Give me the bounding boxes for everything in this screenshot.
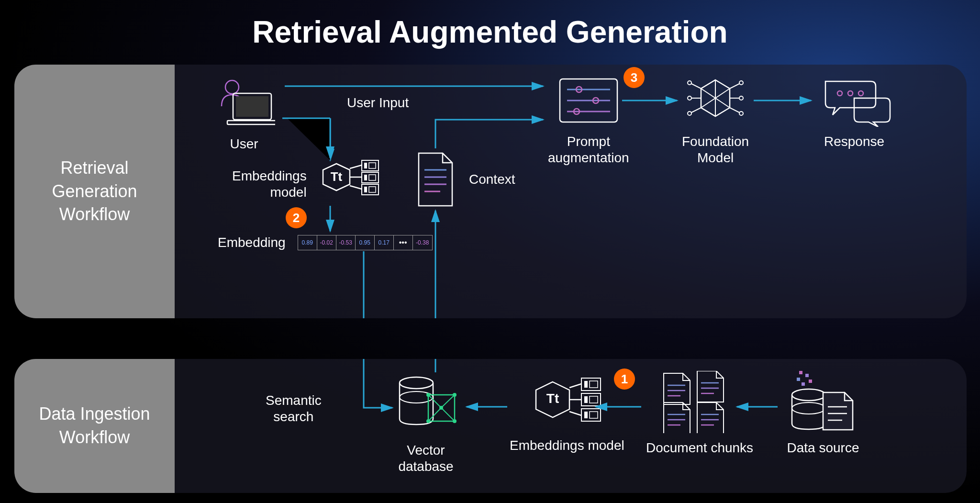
- context-node: Context: [414, 151, 515, 208]
- document-chunks-icon: [659, 371, 740, 433]
- svg-rect-95: [797, 378, 800, 381]
- svg-line-6: [350, 165, 362, 168]
- svg-line-30: [730, 84, 739, 89]
- ingestion-panel-body: Semantic search Vector database: [175, 359, 967, 493]
- ingestion-label-line2: Workflow: [59, 426, 130, 449]
- ingestion-label-line1: Data Ingestion: [39, 402, 150, 426]
- embedding-node: Embedding 0.89 -0.02 -0.53 0.95 0.17 •••…: [218, 235, 433, 251]
- svg-point-98: [792, 389, 825, 401]
- document-icon: [414, 151, 457, 208]
- svg-rect-17: [369, 187, 376, 192]
- foundation-label-l1: Foundation: [682, 134, 749, 150]
- svg-point-55: [400, 377, 433, 389]
- svg-rect-93: [799, 371, 802, 374]
- vector-db-l1: Vector: [395, 442, 457, 458]
- svg-line-8: [350, 186, 362, 189]
- svg-rect-3: [227, 121, 275, 124]
- ingestion-workflow-panel: Data Ingestion Workflow Semantic search: [14, 359, 967, 493]
- retrieval-label-line1: Retrieval: [60, 156, 128, 180]
- svg-line-66: [441, 408, 455, 421]
- svg-line-34: [730, 108, 739, 112]
- svg-line-71: [569, 412, 581, 415]
- diagram-title: Retrieval Augmented Generation: [252, 14, 727, 50]
- semantic-search-l2: search: [266, 409, 322, 425]
- user-input-label: User Input: [347, 95, 409, 111]
- vector-database-node: Vector database: [395, 373, 457, 474]
- response-node: Response: [816, 74, 892, 150]
- retrieval-workflow-panel: Retrieval Generation Workflow User User …: [14, 65, 967, 318]
- foundation-model-icon: [682, 74, 749, 127]
- embedding-cell-dots: •••: [394, 235, 413, 250]
- svg-point-33: [739, 96, 743, 100]
- embedding-cell: -0.02: [317, 235, 336, 250]
- svg-line-65: [428, 408, 441, 421]
- vector-db-l2: database: [395, 458, 457, 475]
- svg-rect-15: [369, 175, 376, 180]
- svg-rect-14: [364, 175, 367, 180]
- svg-rect-75: [584, 381, 588, 388]
- prompt-sliders-icon: [555, 74, 622, 127]
- svg-rect-79: [584, 412, 588, 418]
- embedding-cell: 0.89: [298, 235, 317, 250]
- svg-point-43: [848, 91, 853, 96]
- svg-rect-80: [590, 412, 598, 418]
- svg-line-63: [428, 395, 441, 408]
- svg-point-41: [688, 112, 691, 115]
- embeddings-model-icon: Tt: [529, 373, 605, 431]
- user-icon: [213, 77, 275, 129]
- embedding-label: Embedding: [218, 235, 286, 251]
- embeddings-model-node: Embeddings model Tt: [232, 158, 388, 211]
- svg-rect-78: [590, 396, 598, 403]
- svg-rect-97: [802, 382, 805, 386]
- svg-point-44: [858, 91, 863, 96]
- retrieval-label-line3: Workflow: [59, 203, 130, 226]
- data-source-icon: [782, 371, 864, 433]
- prompt-aug-label-l2: augmentation: [548, 150, 629, 166]
- svg-line-64: [441, 395, 455, 408]
- embeddings-model-label: Embeddings model: [232, 168, 307, 200]
- svg-rect-2: [236, 96, 268, 117]
- chat-bubble-icon: [816, 74, 892, 127]
- response-label: Response: [816, 134, 892, 150]
- step-3-badge: 3: [624, 67, 645, 88]
- svg-rect-77: [584, 396, 588, 403]
- svg-rect-94: [805, 374, 809, 377]
- vector-database-icon: [395, 373, 457, 436]
- embeddings-model-ingestion-node: Tt Embeddings model: [510, 373, 624, 454]
- semantic-search-label-node: Semantic search: [266, 392, 322, 425]
- user-node: User: [213, 77, 275, 152]
- svg-point-99: [792, 402, 825, 414]
- svg-point-35: [739, 112, 743, 115]
- svg-rect-16: [364, 187, 367, 192]
- retrieval-panel-body: User User Input Embeddings model Tt: [175, 65, 967, 318]
- doc-chunks-label: Document chunks: [646, 440, 753, 456]
- user-label: User: [213, 136, 275, 152]
- svg-line-36: [691, 84, 701, 89]
- data-source-label: Data source: [782, 440, 864, 456]
- svg-rect-13: [369, 163, 376, 168]
- svg-point-31: [739, 81, 743, 85]
- svg-point-42: [837, 91, 842, 96]
- embedding-cell: 0.95: [356, 235, 375, 250]
- prompt-aug-label-l1: Prompt: [548, 134, 629, 150]
- svg-rect-76: [590, 381, 598, 388]
- embedding-cell: -0.53: [336, 235, 356, 250]
- foundation-model-node: Foundation Model: [682, 74, 749, 166]
- embedding-cell: -0.38: [413, 235, 432, 250]
- step-1-badge: 1: [614, 369, 635, 390]
- svg-line-40: [691, 108, 701, 112]
- svg-line-69: [569, 384, 581, 388]
- svg-point-37: [688, 81, 691, 85]
- step-2-badge: 2: [286, 207, 307, 228]
- data-source-node: Data source: [782, 371, 864, 456]
- retrieval-panel-label: Retrieval Generation Workflow: [14, 65, 175, 318]
- svg-rect-12: [364, 163, 367, 168]
- prompt-augmentation-node: Prompt augmentation: [548, 74, 629, 166]
- ingestion-panel-label: Data Ingestion Workflow: [14, 359, 175, 493]
- retrieval-label-line2: Generation: [52, 180, 137, 203]
- embeddings-model-icon: Tt: [316, 158, 388, 211]
- document-chunks-node: Document chunks: [646, 371, 753, 456]
- semantic-search-l1: Semantic: [266, 392, 322, 409]
- foundation-label-l2: Model: [682, 150, 749, 166]
- svg-point-0: [225, 80, 239, 94]
